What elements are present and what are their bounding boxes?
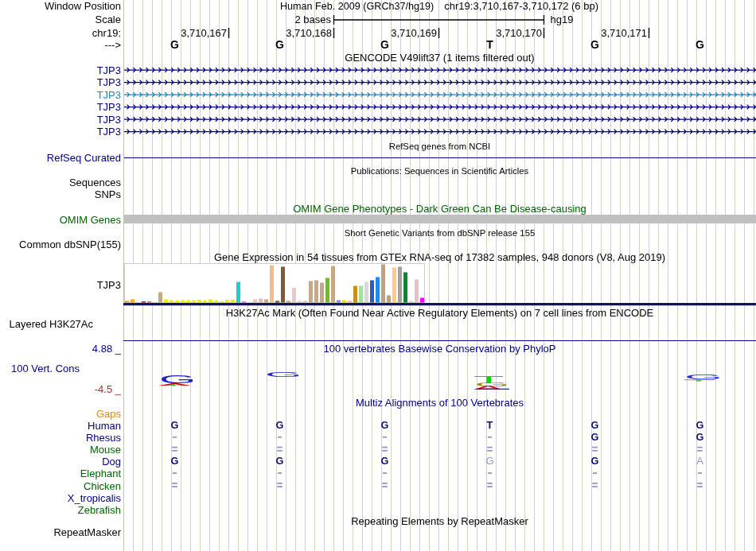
svg-text:3,710,168: 3,710,168 xyxy=(286,27,332,39)
svg-text:OMIM Genes: OMIM Genes xyxy=(60,214,122,226)
svg-text:Zebrafish: Zebrafish xyxy=(78,504,121,516)
svg-text:Human: Human xyxy=(88,420,121,432)
svg-text:RefSeq Curated: RefSeq Curated xyxy=(47,152,121,164)
svg-text:G: G xyxy=(276,456,284,467)
svg-text:100 vertebrates Basewise Conse: 100 vertebrates Basewise Conservation by… xyxy=(324,343,556,355)
svg-text:3,710,169: 3,710,169 xyxy=(391,27,437,39)
svg-text:G: G xyxy=(590,38,599,51)
svg-text:Elephant: Elephant xyxy=(80,468,122,479)
svg-text:G: G xyxy=(381,456,389,467)
svg-text:--->: ---> xyxy=(104,39,121,51)
svg-text:T: T xyxy=(487,420,493,431)
svg-text:TJP3: TJP3 xyxy=(97,76,121,88)
svg-text:G: G xyxy=(696,432,704,443)
svg-text:TJP3: TJP3 xyxy=(97,126,121,138)
svg-text:T: T xyxy=(486,38,493,51)
svg-text:chr19:: chr19: xyxy=(92,27,121,39)
svg-text:RefSeq genes from NCBI: RefSeq genes from NCBI xyxy=(389,142,490,151)
svg-text:SNPs: SNPs xyxy=(95,188,122,200)
svg-text:Dog: Dog xyxy=(102,456,121,468)
svg-text:G: G xyxy=(591,456,599,467)
svg-text:G: G xyxy=(170,38,179,51)
svg-text:Multiz Alignments of 100 Verte: Multiz Alignments of 100 Vertebrates xyxy=(356,397,524,409)
svg-text:Chicken: Chicken xyxy=(84,480,121,492)
svg-text:Window Position: Window Position xyxy=(45,0,121,12)
svg-text:G: G xyxy=(171,420,179,431)
svg-text:chr19:3,710,167-3,710,172 (6 b: chr19:3,710,167-3,710,172 (6 bp) xyxy=(444,0,598,12)
svg-text:G: G xyxy=(591,420,599,431)
svg-text:Publications: Sequences in Sci: Publications: Sequences in Scientific Ar… xyxy=(351,166,529,176)
svg-text:G: G xyxy=(696,420,704,431)
svg-text:H3K27Ac Mark (Often Found Near: H3K27Ac Mark (Often Found Near Active Re… xyxy=(226,307,654,319)
svg-text:Sequences: Sequences xyxy=(69,177,122,188)
svg-text:G: G xyxy=(276,420,284,431)
svg-text:G: G xyxy=(696,38,704,51)
svg-text:hg19: hg19 xyxy=(551,14,574,25)
svg-text:Layered H3K27Ac: Layered H3K27Ac xyxy=(10,318,94,330)
svg-text:G: G xyxy=(171,456,179,467)
svg-text:G: G xyxy=(591,432,599,443)
svg-text:Scale: Scale xyxy=(95,14,121,25)
svg-text:TJP3: TJP3 xyxy=(97,64,121,76)
svg-text:2 bases: 2 bases xyxy=(294,14,331,25)
svg-text:Short Genetic Variants from db: Short Genetic Variants from dbSNP releas… xyxy=(345,228,535,238)
svg-text:4.88 _: 4.88 _ xyxy=(92,343,122,355)
svg-text:GENCODE V49lift37 (1 items fil: GENCODE V49lift37 (1 items filtered out) xyxy=(345,52,534,64)
svg-text:TJP3: TJP3 xyxy=(97,89,121,101)
svg-text:Gene Expression in 54 tissues: Gene Expression in 54 tissues from GTEx … xyxy=(214,251,665,263)
svg-text:Gaps: Gaps xyxy=(96,408,122,420)
svg-text:TJP3: TJP3 xyxy=(97,279,121,291)
svg-text:Mouse: Mouse xyxy=(90,444,121,456)
svg-text:TJP3: TJP3 xyxy=(97,114,121,126)
svg-text:Rhesus: Rhesus xyxy=(86,432,122,444)
svg-text:X_tropicalis: X_tropicalis xyxy=(68,492,122,504)
svg-text:RepeatMasker: RepeatMasker xyxy=(53,526,121,538)
svg-text:3,710,170: 3,710,170 xyxy=(496,27,542,39)
svg-text:G: G xyxy=(380,38,389,51)
svg-text:Repeating Elements by RepeatMa: Repeating Elements by RepeatMasker xyxy=(351,515,528,527)
svg-text:Common dbSNP(155): Common dbSNP(155) xyxy=(19,239,121,250)
svg-text:OMIM Gene Phenotypes - Dark Gr: OMIM Gene Phenotypes - Dark Green Can Be… xyxy=(293,203,586,215)
svg-text:100 Vert. Cons: 100 Vert. Cons xyxy=(11,363,80,374)
svg-text:G: G xyxy=(265,370,302,378)
svg-text:TJP3: TJP3 xyxy=(97,101,121,113)
svg-text:G: G xyxy=(275,38,284,51)
svg-text:3,710,171: 3,710,171 xyxy=(601,27,647,39)
svg-text:G: G xyxy=(381,420,389,431)
svg-text:G: G xyxy=(485,455,493,467)
svg-text:A: A xyxy=(696,455,703,467)
svg-text:-4.5 _: -4.5 _ xyxy=(95,383,122,395)
svg-text:3,710,167: 3,710,167 xyxy=(181,27,227,39)
svg-text:Human Feb. 2009 (GRCh37/hg19): Human Feb. 2009 (GRCh37/hg19) xyxy=(280,1,434,12)
svg-text:A: A xyxy=(473,385,504,391)
